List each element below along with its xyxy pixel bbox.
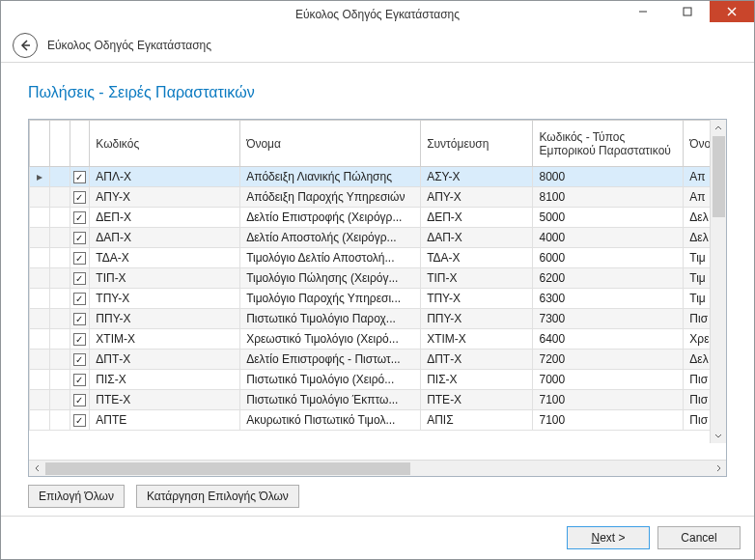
close-button[interactable] (710, 1, 754, 22)
checkbox[interactable] (73, 232, 86, 244)
checkbox[interactable] (73, 353, 86, 366)
table-row[interactable]: ΑΠΥ-ΧΑπόδειξη Παροχής ΥπηρεσιώνΑΠΥ-Χ8100… (30, 187, 726, 208)
cell-short[interactable]: ΠΙΣ-Χ (421, 370, 533, 390)
cell-short[interactable]: ΑΣΥ-Χ (421, 167, 533, 187)
table-row[interactable]: ΧΤΙΜ-ΧΧρεωστικό Τιμολόγιο (Χειρό...ΧΤΙΜ-… (30, 329, 726, 350)
row-checkbox-cell[interactable] (70, 390, 90, 410)
row-checkbox-cell[interactable] (70, 309, 90, 329)
row-checkbox-cell[interactable] (70, 228, 90, 248)
table-row[interactable]: ΔΕΠ-ΧΔελτίο Επιστροφής (Χειρόγρ...ΔΕΠ-Χ5… (30, 208, 726, 228)
scroll-down-button[interactable] (711, 427, 726, 443)
cell-name[interactable]: Πιστωτικό Τιμολόγιο Παροχ... (240, 309, 421, 329)
cell-code[interactable]: ΠΠΥ-Χ (90, 309, 240, 329)
cell-code[interactable]: ΧΤΙΜ-Χ (90, 329, 240, 350)
vscroll-thumb[interactable] (713, 136, 725, 217)
table-row[interactable]: ΑΠΤΕΑκυρωτικό Πιστωτικό Τιμολ...ΑΠΙΣ7100… (30, 410, 726, 431)
row-checkbox-cell[interactable] (70, 350, 90, 370)
cell-doc[interactable]: 7000 (533, 370, 684, 390)
table-row[interactable]: ΠΙΣ-ΧΠιστωτικό Τιμολόγιο (Χειρό...ΠΙΣ-Χ7… (30, 370, 726, 390)
deselect-all-button[interactable]: Κατάργηση Επιλογής Όλων (136, 485, 299, 508)
checkbox[interactable] (73, 293, 86, 305)
cell-code[interactable]: ΑΠΛ-Χ (90, 167, 240, 187)
cell-short[interactable]: ΠΠΥ-Χ (421, 309, 533, 329)
cell-doc[interactable]: 7200 (533, 350, 684, 370)
cell-code[interactable]: ΔΕΠ-Χ (90, 208, 240, 228)
table-row[interactable]: ΤΙΠ-ΧΤιμολόγιο Πώλησης (Χειρόγ...ΤΙΠ-Χ62… (30, 268, 726, 289)
cell-doc[interactable]: 7300 (533, 309, 684, 329)
column-code[interactable]: Κωδικός (90, 121, 240, 167)
cell-code[interactable]: ΤΔΑ-Χ (90, 248, 240, 268)
row-checkbox-cell[interactable] (70, 329, 90, 350)
row-checkbox-cell[interactable] (70, 289, 90, 309)
cell-code[interactable]: ΠΙΣ-Χ (90, 370, 240, 390)
cell-short[interactable]: ΔΠΤ-Χ (421, 350, 533, 370)
cell-name[interactable]: Τιμολόγιο Πώλησης (Χειρόγ... (240, 268, 421, 289)
scroll-up-button[interactable] (711, 120, 726, 136)
table-row[interactable]: ΠΠΥ-ΧΠιστωτικό Τιμολόγιο Παροχ...ΠΠΥ-Χ73… (30, 309, 726, 329)
checkbox[interactable] (73, 272, 86, 285)
table-row[interactable]: ΤΠΥ-ΧΤιμολόγιο Παροχής Υπηρεσι...ΤΠΥ-Χ63… (30, 289, 726, 309)
cell-doc[interactable]: 7100 (533, 390, 684, 410)
cell-code[interactable]: ΔΠΤ-Χ (90, 350, 240, 370)
back-button[interactable] (13, 33, 38, 58)
cell-doc[interactable]: 4000 (533, 228, 684, 248)
checkbox[interactable] (73, 171, 86, 183)
cell-short[interactable]: ΤΙΠ-Χ (421, 268, 533, 289)
cell-short[interactable]: ΤΔΑ-Χ (421, 248, 533, 268)
checkbox[interactable] (73, 191, 86, 204)
cell-doc[interactable]: 8100 (533, 187, 684, 208)
cell-name[interactable]: Απόδειξη Παροχής Υπηρεσιών (240, 187, 421, 208)
vertical-scrollbar[interactable] (710, 120, 726, 443)
cell-name[interactable]: Δελτίο Επιστροφής (Χειρόγρ... (240, 208, 421, 228)
cell-name[interactable]: Απόδειξη Λιανικής Πώλησης (240, 167, 421, 187)
checkbox[interactable] (73, 252, 86, 265)
cell-short[interactable]: ΧΤΙΜ-Χ (421, 329, 533, 350)
vscroll-track[interactable] (711, 136, 726, 427)
scroll-right-button[interactable] (710, 461, 726, 477)
checkbox[interactable] (73, 313, 86, 325)
cell-name[interactable]: Τιμολόγιο Παροχής Υπηρεσι... (240, 289, 421, 309)
cell-short[interactable]: ΔΕΠ-Χ (421, 208, 533, 228)
grid-scroll[interactable]: Κωδικός Όνομα Συντόμευση Κωδικός - Τύπος… (29, 120, 726, 460)
select-all-button[interactable]: Επιλογή Όλων (28, 485, 125, 508)
table-row[interactable]: ΠΤΕ-ΧΠιστωτικό Τιμολόγιο Έκπτω...ΠΤΕ-Χ71… (30, 390, 726, 410)
minimize-button[interactable] (621, 1, 665, 22)
cell-short[interactable]: ΑΠΙΣ (421, 410, 533, 431)
cell-name[interactable]: Τιμολόγιο Δελτίο Αποστολή... (240, 248, 421, 268)
cell-doc[interactable]: 6300 (533, 289, 684, 309)
table-row[interactable]: ΤΔΑ-ΧΤιμολόγιο Δελτίο Αποστολή...ΤΔΑ-Χ60… (30, 248, 726, 268)
row-checkbox-cell[interactable] (70, 248, 90, 268)
cell-code[interactable]: ΑΠΥ-Χ (90, 187, 240, 208)
cell-code[interactable]: ΤΠΥ-Χ (90, 289, 240, 309)
cancel-button[interactable]: Cancel (657, 526, 741, 549)
next-button[interactable]: Next > (567, 526, 650, 549)
column-short[interactable]: Συντόμευση (421, 121, 533, 167)
cell-code[interactable]: ΔΑΠ-Χ (90, 228, 240, 248)
cell-code[interactable]: ΤΙΠ-Χ (90, 268, 240, 289)
row-checkbox-cell[interactable] (70, 410, 90, 431)
cell-short[interactable]: ΤΠΥ-Χ (421, 289, 533, 309)
cell-doc[interactable]: 8000 (533, 167, 684, 187)
cell-short[interactable]: ΑΠΥ-Χ (421, 187, 533, 208)
row-checkbox-cell[interactable] (70, 167, 90, 187)
cell-code[interactable]: ΑΠΤΕ (90, 410, 240, 431)
cell-name[interactable]: Πιστωτικό Τιμολόγιο Έκπτω... (240, 390, 421, 410)
table-row[interactable]: ▸ΑΠΛ-ΧΑπόδειξη Λιανικής ΠώλησηςΑΣΥ-Χ8000… (30, 167, 726, 187)
cell-short[interactable]: ΠΤΕ-Χ (421, 390, 533, 410)
cell-doc[interactable]: 6000 (533, 248, 684, 268)
hscroll-track[interactable] (45, 461, 710, 477)
checkbox[interactable] (73, 374, 86, 386)
scroll-left-button[interactable] (29, 461, 45, 477)
row-checkbox-cell[interactable] (70, 268, 90, 289)
cell-doc[interactable]: 6200 (533, 268, 684, 289)
column-check[interactable] (70, 121, 90, 167)
cell-doc[interactable]: 6400 (533, 329, 684, 350)
hscroll-thumb[interactable] (45, 462, 410, 475)
cell-short[interactable]: ΔΑΠ-Χ (421, 228, 533, 248)
column-name[interactable]: Όνομα (240, 121, 421, 167)
cell-name[interactable]: Χρεωστικό Τιμολόγιο (Χειρό... (240, 329, 421, 350)
cell-code[interactable]: ΠΤΕ-Χ (90, 390, 240, 410)
cell-name[interactable]: Δελτίο Αποστολής (Χειρόγρ... (240, 228, 421, 248)
cell-doc[interactable]: 7100 (533, 410, 684, 431)
row-checkbox-cell[interactable] (70, 208, 90, 228)
